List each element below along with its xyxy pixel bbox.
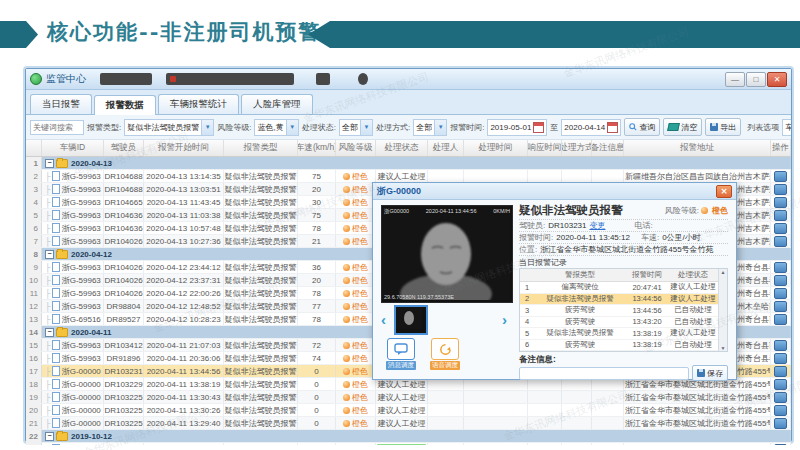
date-from-input[interactable]: 2019-05-01: [487, 119, 547, 136]
risk-level-text: 橙色: [352, 301, 368, 312]
vehicle-id: 浙G-59963: [62, 301, 101, 312]
tab-车辆报警统计[interactable]: 车辆报警统计: [158, 94, 239, 114]
risk-level-text: 橙色: [352, 379, 368, 390]
table-group-row[interactable]: 22−2019-10-12: [26, 430, 791, 443]
risk-level-text: 橙色: [352, 210, 368, 221]
driver-id: DR104026: [104, 261, 144, 273]
save-button[interactable]: 保存: [692, 365, 728, 381]
list-options-select[interactable]: 车辆ID,驾 ▼: [782, 119, 791, 136]
record-type: 疑似非法驾驶员报警: [534, 328, 626, 338]
row-number: 19: [26, 391, 42, 403]
table-row[interactable]: 19├浙G-00000DR1032252020-04-11 13:30:43疑似…: [26, 391, 791, 404]
maximize-button[interactable]: □: [746, 72, 766, 87]
collapse-icon[interactable]: −: [45, 250, 54, 259]
operation-button[interactable]: [774, 223, 787, 234]
collapse-icon[interactable]: −: [45, 328, 54, 337]
query-button[interactable]: 查询: [624, 118, 660, 136]
operation-button[interactable]: [774, 418, 787, 429]
carousel-next-icon[interactable]: ›: [502, 307, 511, 333]
scroll-up-icon[interactable]: ▲: [721, 269, 726, 275]
chevron-down-icon: ▼: [286, 120, 298, 135]
risk-level-text: 橙色: [352, 223, 368, 234]
operation-button[interactable]: [774, 366, 787, 377]
row-number: 6: [26, 222, 42, 234]
operation-button[interactable]: [774, 288, 787, 299]
risk-level-cell: 橙色: [336, 300, 376, 312]
close-button[interactable]: ✕: [767, 72, 787, 87]
record-row[interactable]: 1偏离驾驶位20:47:41建议人工处理: [520, 282, 719, 294]
response-time: [528, 170, 562, 182]
table-row[interactable]: 21├浙G-00000DR1032252020-04-11 13:29:40疑似…: [26, 417, 791, 430]
table-group-row[interactable]: 1−2020-04-13: [26, 157, 791, 170]
action-label: 语音调度: [430, 361, 460, 370]
operation-button[interactable]: [774, 262, 787, 273]
record-row[interactable]: 3疲劳驾驶13:44:56已自动处理: [520, 305, 719, 317]
row-number: 12: [26, 300, 42, 312]
operation-button[interactable]: [774, 379, 787, 390]
record-row[interactable]: 6疲劳驾驶13:38:19已自动处理: [520, 340, 719, 352]
photo-thumbnail[interactable]: [394, 305, 428, 335]
operation-button[interactable]: [774, 314, 787, 325]
collapse-icon[interactable]: −: [45, 432, 54, 441]
record-row[interactable]: 2疑似非法驾驶员报警13:44:56建议人工处理: [520, 294, 719, 306]
table-row[interactable]: 20├浙G-00000DR1032252020-04-11 13:30:26疑似…: [26, 404, 791, 417]
method-select[interactable]: 全部 ▼: [413, 119, 447, 136]
carousel-prev-icon[interactable]: ‹: [381, 307, 390, 333]
operation-button[interactable]: [774, 197, 787, 208]
operation-button[interactable]: [774, 405, 787, 416]
operation-button[interactable]: [774, 353, 787, 364]
risk-bulb-icon: [343, 186, 350, 193]
driver-id: DR104665: [104, 196, 144, 208]
change-driver-link[interactable]: 变更: [589, 220, 605, 231]
operation-button[interactable]: [774, 340, 787, 351]
record-row[interactable]: 4疲劳驾驶13:43:20已自动处理: [520, 317, 719, 329]
document-icon: [52, 314, 60, 324]
records-scrollbar[interactable]: ▲▼: [718, 269, 727, 351]
tab-人脸库管理[interactable]: 人脸库管理: [241, 94, 313, 114]
remark-input[interactable]: [519, 367, 689, 380]
driver-id: DR104688: [104, 183, 144, 195]
collapse-icon[interactable]: −: [45, 159, 54, 168]
export-button[interactable]: 导出: [705, 118, 741, 136]
message-dispatch-button[interactable]: 消息调度: [383, 338, 419, 370]
close-icon[interactable]: ✕: [716, 185, 732, 198]
status-select[interactable]: 全部 ▼: [339, 119, 373, 136]
operation-cell: [771, 365, 791, 377]
table-row[interactable]: 23├浙G-33333DR642372019-10-12 15:34:21疑似非…: [26, 443, 791, 445]
operation-button[interactable]: [774, 275, 787, 286]
handler: [428, 417, 464, 429]
date-to-input[interactable]: 2020-04-14: [561, 119, 621, 136]
vehicle-id-cell: ├浙G-00000: [42, 378, 104, 390]
risk-bulb-icon: [343, 303, 350, 310]
alarm-type: 疑似非法驾驶员报警: [224, 196, 298, 208]
clear-button[interactable]: 清空: [663, 118, 702, 136]
row-number: 4: [26, 196, 42, 208]
operation-button[interactable]: [774, 392, 787, 403]
document-icon: [52, 262, 60, 272]
alarm-detail-dialog: 浙G-00000 ✕ 浙G00000 2020-04-11 13:44:56 0…: [372, 182, 737, 380]
vehicle-id-cell: ├浙G-33333: [42, 443, 104, 445]
risk-level-cell: 橙色: [336, 235, 376, 247]
keyword-search-input[interactable]: [30, 120, 84, 135]
row-number: 10: [26, 274, 42, 286]
record-row[interactable]: 5疑似非法驾驶员报警13:38:19建议人工处理: [520, 328, 719, 340]
driver-id: DR103225: [104, 391, 144, 403]
tab-当日报警[interactable]: 当日报警: [30, 94, 92, 114]
risk-level-text: 橙色: [352, 366, 368, 377]
operation-button[interactable]: [774, 236, 787, 247]
operation-button[interactable]: [774, 171, 787, 182]
minimize-button[interactable]: —: [725, 72, 745, 87]
operation-button[interactable]: [774, 444, 787, 446]
row-number: 13: [26, 313, 42, 325]
alarm-type-select[interactable]: 疑似非法驾驶员报警 ▼: [124, 119, 214, 136]
operation-button[interactable]: [774, 184, 787, 195]
risk-level-select[interactable]: 蓝色,黄 ▼: [254, 119, 298, 136]
tab-报警数据[interactable]: 报警数据: [94, 95, 156, 115]
operation-button[interactable]: [774, 301, 787, 312]
vehicle-id: 浙G-59963: [62, 184, 101, 195]
column-header: 处理人: [428, 140, 464, 156]
scroll-down-icon[interactable]: ▼: [721, 345, 726, 351]
handle-time: [464, 417, 528, 429]
voice-dispatch-button[interactable]: 语音调度: [427, 338, 463, 370]
operation-button[interactable]: [774, 210, 787, 221]
